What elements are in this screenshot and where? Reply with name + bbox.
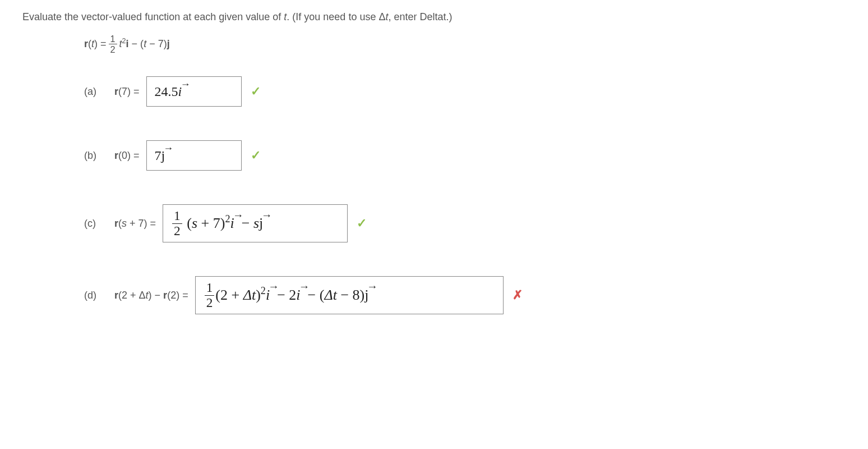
part-d-prefix: r(2 + Δt) − r(2) =	[114, 290, 188, 301]
part-d-label: (d)	[84, 290, 101, 301]
fn-seven: 7	[158, 38, 164, 49]
answer-a-vec: i	[178, 84, 182, 99]
part-b-prefix: r(0) =	[114, 150, 140, 162]
part-c-prefix: r(s + 7) =	[114, 218, 156, 230]
cross-icon: ✗	[513, 288, 523, 303]
fn-frac-num: 1	[109, 34, 117, 44]
part-c: (c) r(s + 7) = 1 2 (s + 7)2i − sj ✓	[84, 204, 846, 242]
fn-frac-den: 2	[110, 44, 116, 54]
question-text: Evaluate the vector-valued function at e…	[22, 11, 846, 23]
part-a-label: (a)	[84, 86, 101, 98]
answer-box-c[interactable]: 1 2 (s + 7)2i − sj	[163, 204, 348, 242]
fn-j: j	[167, 38, 170, 49]
q-text-3: , enter Deltat.)	[388, 11, 452, 22]
fn-r: r	[84, 38, 88, 49]
check-icon: ✓	[251, 148, 261, 163]
answer-box-b[interactable]: 7j	[146, 140, 242, 171]
answer-b-num: 7	[155, 148, 161, 163]
check-icon: ✓	[357, 216, 367, 231]
answer-box-d[interactable]: 1 2 (2 + Δt)2i − 2i − (Δt − 8)j	[195, 276, 504, 314]
check-icon: ✓	[251, 84, 261, 99]
fn-t: t	[91, 38, 94, 49]
part-a-prefix: r(7) =	[114, 86, 140, 98]
q-text-2: . (If you need to use Δ	[287, 11, 385, 22]
answer-a-num: 24.5	[155, 84, 178, 99]
q-text-1: Evaluate the vector-valued function at e…	[22, 11, 284, 22]
answer-box-a[interactable]: 24.5i	[146, 76, 242, 107]
part-b-label: (b)	[84, 150, 101, 162]
fn-tvar2: t	[144, 38, 146, 49]
part-c-label: (c)	[84, 218, 101, 230]
answer-b-vec: j	[161, 148, 165, 163]
part-b: (b) r(0) = 7j ✓	[84, 140, 846, 171]
fn-i: i	[126, 38, 129, 49]
part-a: (a) r(7) = 24.5i ✓	[84, 76, 846, 107]
function-definition: r(t) = 1 2 t2i − (t − 7)j	[84, 34, 846, 54]
part-d: (d) r(2 + Δt) − r(2) = 1 2 (2 + Δt)2i − …	[84, 276, 846, 314]
